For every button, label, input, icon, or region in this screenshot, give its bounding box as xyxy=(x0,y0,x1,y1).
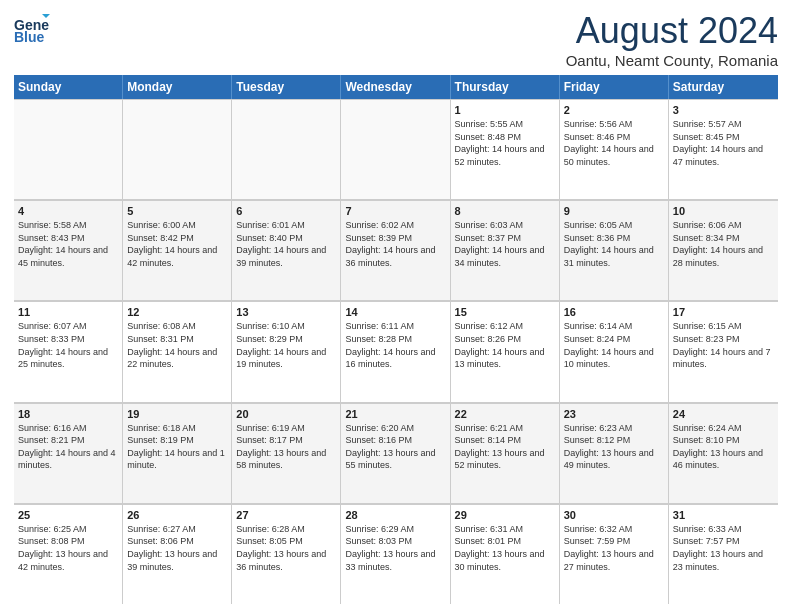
day-info: Sunrise: 5:56 AMSunset: 8:46 PMDaylight:… xyxy=(564,118,664,168)
day-info: Sunrise: 6:11 AMSunset: 8:28 PMDaylight:… xyxy=(345,320,445,370)
day-number: 28 xyxy=(345,509,445,521)
day-info: Sunrise: 6:29 AMSunset: 8:03 PMDaylight:… xyxy=(345,523,445,573)
day-number: 10 xyxy=(673,205,774,217)
day-number: 20 xyxy=(236,408,336,420)
day-cell-22: 22Sunrise: 6:21 AMSunset: 8:14 PMDayligh… xyxy=(451,403,560,503)
calendar-week-3: 11Sunrise: 6:07 AMSunset: 8:33 PMDayligh… xyxy=(14,301,778,402)
day-number: 14 xyxy=(345,306,445,318)
day-number: 1 xyxy=(455,104,555,116)
day-info: Sunrise: 6:14 AMSunset: 8:24 PMDaylight:… xyxy=(564,320,664,370)
day-number: 12 xyxy=(127,306,227,318)
day-info: Sunrise: 6:07 AMSunset: 8:33 PMDaylight:… xyxy=(18,320,118,370)
title-section: August 2024 Oantu, Neamt County, Romania xyxy=(566,10,778,69)
page: General Blue August 2024 Oantu, Neamt Co… xyxy=(0,0,792,612)
day-cell-14: 14Sunrise: 6:11 AMSunset: 8:28 PMDayligh… xyxy=(341,301,450,401)
day-info: Sunrise: 6:23 AMSunset: 8:12 PMDaylight:… xyxy=(564,422,664,472)
day-cell-27: 27Sunrise: 6:28 AMSunset: 8:05 PMDayligh… xyxy=(232,504,341,604)
day-number: 7 xyxy=(345,205,445,217)
day-cell-24: 24Sunrise: 6:24 AMSunset: 8:10 PMDayligh… xyxy=(669,403,778,503)
day-number: 31 xyxy=(673,509,774,521)
day-info: Sunrise: 6:02 AMSunset: 8:39 PMDaylight:… xyxy=(345,219,445,269)
day-cell-19: 19Sunrise: 6:18 AMSunset: 8:19 PMDayligh… xyxy=(123,403,232,503)
day-info: Sunrise: 6:00 AMSunset: 8:42 PMDaylight:… xyxy=(127,219,227,269)
day-info: Sunrise: 6:10 AMSunset: 8:29 PMDaylight:… xyxy=(236,320,336,370)
day-number: 21 xyxy=(345,408,445,420)
day-number: 25 xyxy=(18,509,118,521)
day-cell-12: 12Sunrise: 6:08 AMSunset: 8:31 PMDayligh… xyxy=(123,301,232,401)
day-number: 26 xyxy=(127,509,227,521)
day-cell-3: 3Sunrise: 5:57 AMSunset: 8:45 PMDaylight… xyxy=(669,99,778,199)
day-info: Sunrise: 6:16 AMSunset: 8:21 PMDaylight:… xyxy=(18,422,118,472)
day-cell-16: 16Sunrise: 6:14 AMSunset: 8:24 PMDayligh… xyxy=(560,301,669,401)
day-info: Sunrise: 6:08 AMSunset: 8:31 PMDaylight:… xyxy=(127,320,227,370)
svg-text:Blue: Blue xyxy=(14,29,45,45)
day-cell-18: 18Sunrise: 6:16 AMSunset: 8:21 PMDayligh… xyxy=(14,403,123,503)
day-number: 5 xyxy=(127,205,227,217)
header: General Blue August 2024 Oantu, Neamt Co… xyxy=(14,10,778,69)
day-number: 16 xyxy=(564,306,664,318)
day-cell-4: 4Sunrise: 5:58 AMSunset: 8:43 PMDaylight… xyxy=(14,200,123,300)
day-cell-30: 30Sunrise: 6:32 AMSunset: 7:59 PMDayligh… xyxy=(560,504,669,604)
day-cell-23: 23Sunrise: 6:23 AMSunset: 8:12 PMDayligh… xyxy=(560,403,669,503)
day-number: 4 xyxy=(18,205,118,217)
day-info: Sunrise: 6:20 AMSunset: 8:16 PMDaylight:… xyxy=(345,422,445,472)
location: Oantu, Neamt County, Romania xyxy=(566,52,778,69)
day-cell-9: 9Sunrise: 6:05 AMSunset: 8:36 PMDaylight… xyxy=(560,200,669,300)
empty-cell xyxy=(123,99,232,199)
empty-cell xyxy=(14,99,123,199)
day-cell-11: 11Sunrise: 6:07 AMSunset: 8:33 PMDayligh… xyxy=(14,301,123,401)
day-info: Sunrise: 6:01 AMSunset: 8:40 PMDaylight:… xyxy=(236,219,336,269)
day-number: 27 xyxy=(236,509,336,521)
calendar-header: Sunday Monday Tuesday Wednesday Thursday… xyxy=(14,75,778,99)
calendar-week-1: 1Sunrise: 5:55 AMSunset: 8:48 PMDaylight… xyxy=(14,99,778,200)
day-number: 9 xyxy=(564,205,664,217)
day-cell-13: 13Sunrise: 6:10 AMSunset: 8:29 PMDayligh… xyxy=(232,301,341,401)
day-info: Sunrise: 5:57 AMSunset: 8:45 PMDaylight:… xyxy=(673,118,774,168)
day-number: 8 xyxy=(455,205,555,217)
day-info: Sunrise: 6:19 AMSunset: 8:17 PMDaylight:… xyxy=(236,422,336,472)
empty-cell xyxy=(341,99,450,199)
day-info: Sunrise: 6:12 AMSunset: 8:26 PMDaylight:… xyxy=(455,320,555,370)
day-info: Sunrise: 6:25 AMSunset: 8:08 PMDaylight:… xyxy=(18,523,118,573)
day-cell-25: 25Sunrise: 6:25 AMSunset: 8:08 PMDayligh… xyxy=(14,504,123,604)
calendar-week-4: 18Sunrise: 6:16 AMSunset: 8:21 PMDayligh… xyxy=(14,403,778,504)
day-number: 29 xyxy=(455,509,555,521)
day-cell-8: 8Sunrise: 6:03 AMSunset: 8:37 PMDaylight… xyxy=(451,200,560,300)
day-number: 6 xyxy=(236,205,336,217)
day-info: Sunrise: 6:33 AMSunset: 7:57 PMDaylight:… xyxy=(673,523,774,573)
logo: General Blue xyxy=(14,10,50,46)
day-cell-2: 2Sunrise: 5:56 AMSunset: 8:46 PMDaylight… xyxy=(560,99,669,199)
day-info: Sunrise: 6:21 AMSunset: 8:14 PMDaylight:… xyxy=(455,422,555,472)
header-sunday: Sunday xyxy=(14,75,123,99)
header-wednesday: Wednesday xyxy=(341,75,450,99)
header-tuesday: Tuesday xyxy=(232,75,341,99)
day-cell-21: 21Sunrise: 6:20 AMSunset: 8:16 PMDayligh… xyxy=(341,403,450,503)
day-number: 22 xyxy=(455,408,555,420)
day-info: Sunrise: 6:15 AMSunset: 8:23 PMDaylight:… xyxy=(673,320,774,370)
day-cell-7: 7Sunrise: 6:02 AMSunset: 8:39 PMDaylight… xyxy=(341,200,450,300)
day-info: Sunrise: 6:31 AMSunset: 8:01 PMDaylight:… xyxy=(455,523,555,573)
day-number: 19 xyxy=(127,408,227,420)
empty-cell xyxy=(232,99,341,199)
day-number: 2 xyxy=(564,104,664,116)
day-cell-20: 20Sunrise: 6:19 AMSunset: 8:17 PMDayligh… xyxy=(232,403,341,503)
calendar-week-2: 4Sunrise: 5:58 AMSunset: 8:43 PMDaylight… xyxy=(14,200,778,301)
day-cell-5: 5Sunrise: 6:00 AMSunset: 8:42 PMDaylight… xyxy=(123,200,232,300)
day-number: 17 xyxy=(673,306,774,318)
day-number: 30 xyxy=(564,509,664,521)
day-info: Sunrise: 6:18 AMSunset: 8:19 PMDaylight:… xyxy=(127,422,227,472)
day-info: Sunrise: 6:03 AMSunset: 8:37 PMDaylight:… xyxy=(455,219,555,269)
day-cell-17: 17Sunrise: 6:15 AMSunset: 8:23 PMDayligh… xyxy=(669,301,778,401)
logo-icon: General Blue xyxy=(14,10,50,46)
day-number: 18 xyxy=(18,408,118,420)
day-info: Sunrise: 6:24 AMSunset: 8:10 PMDaylight:… xyxy=(673,422,774,472)
day-info: Sunrise: 5:55 AMSunset: 8:48 PMDaylight:… xyxy=(455,118,555,168)
day-info: Sunrise: 6:27 AMSunset: 8:06 PMDaylight:… xyxy=(127,523,227,573)
calendar: Sunday Monday Tuesday Wednesday Thursday… xyxy=(14,75,778,604)
day-info: Sunrise: 6:06 AMSunset: 8:34 PMDaylight:… xyxy=(673,219,774,269)
day-number: 13 xyxy=(236,306,336,318)
calendar-week-5: 25Sunrise: 6:25 AMSunset: 8:08 PMDayligh… xyxy=(14,504,778,604)
day-info: Sunrise: 6:28 AMSunset: 8:05 PMDaylight:… xyxy=(236,523,336,573)
calendar-body: 1Sunrise: 5:55 AMSunset: 8:48 PMDaylight… xyxy=(14,99,778,604)
day-number: 15 xyxy=(455,306,555,318)
